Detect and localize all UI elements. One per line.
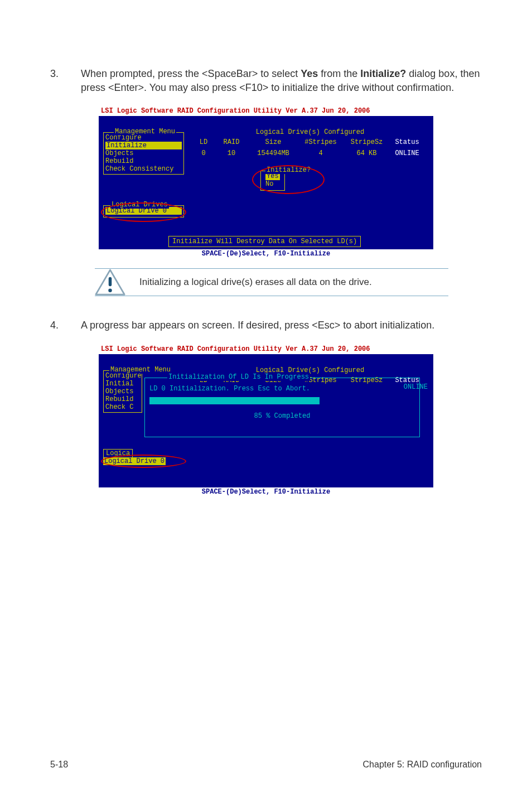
highlight-oval-icon (101, 202, 186, 222)
bios-screenshot-1: LSI Logic Software RAID Configuration Ut… (99, 106, 433, 258)
cell: 4 (298, 149, 343, 157)
yes-word: Yes (301, 68, 318, 79)
cell: 154494MB (248, 149, 298, 157)
page-number: 5-18 (50, 760, 68, 770)
highlight-oval-icon (252, 165, 325, 194)
menu-item: Objects (105, 149, 182, 157)
step-4: 4. A progress bar appears on screen. If … (50, 318, 482, 332)
progress-panel: Initialization Of LD Is In Progress LD 0… (144, 378, 420, 437)
step-text: A progress bar appears on screen. If des… (81, 318, 482, 332)
menu-item: Rebuild (105, 395, 140, 403)
svg-rect-1 (109, 277, 112, 286)
text: When prompted, press the <SpaceBar> to s… (81, 68, 301, 79)
table-data-row: 0 10 154494MB 4 64 KB ONLINE (192, 149, 428, 157)
text: from the (318, 68, 360, 79)
online-status: ONLINE (404, 383, 428, 391)
menu-item: Check Consistency (105, 165, 182, 173)
cell: 10 (215, 149, 248, 157)
col-header: Status (390, 138, 424, 146)
menu-item-selected: Initialize (105, 142, 182, 149)
col-header: LD (192, 138, 215, 146)
management-menu: Management Menu Configure Initial Object… (103, 370, 142, 413)
progress-row (149, 397, 415, 404)
menu-title: Management Menu (109, 366, 172, 374)
bios-bottom-bar: SPACE-(De)Select, F10-Initialize (99, 487, 433, 496)
progress-fill (149, 397, 320, 404)
col-header: StripeSz (343, 138, 390, 146)
page-footer: 5-18 Chapter 5: RAID configuration (50, 760, 482, 770)
menu-title: Management Menu (114, 128, 176, 136)
cell: 0 (192, 149, 215, 157)
col-header: #Stripes (298, 138, 343, 146)
bios-title: LSI Logic Software RAID Configuration Ut… (99, 106, 433, 116)
caution-icon (95, 269, 125, 296)
step-num: 4. (50, 318, 81, 332)
cell: 64 KB (343, 149, 390, 157)
init-word: Initialize? (360, 68, 406, 79)
progress-percent: 85 % Completed (149, 412, 415, 420)
chapter-label: Chapter 5: RAID configuration (363, 760, 482, 770)
menu-item-selected: Initial (105, 380, 140, 388)
cell: ONLINE (390, 149, 424, 157)
table-title: Logical Drive(s) Configured (192, 128, 428, 136)
bios-title: LSI Logic Software RAID Configuration Ut… (99, 344, 433, 354)
note-text: Initializing a logical drive(s) erases a… (139, 277, 372, 287)
svg-point-2 (108, 289, 112, 292)
col-header: Size (248, 138, 298, 146)
progress-msg: LD 0 Initialization. Press Esc to Abort. (149, 385, 415, 393)
bios-bottom-bar: SPACE-(De)Select, F10-Initialize (99, 249, 433, 258)
caution-note: Initializing a logical drive(s) erases a… (95, 268, 448, 296)
col-header: RAID (215, 138, 248, 146)
progress-title: Initialization Of LD Is In Progress (167, 373, 310, 381)
logical-drive-table: Logical Drive(s) Configured LD RAID Size… (192, 128, 428, 157)
step-text: When prompted, press the <SpaceBar> to s… (81, 67, 482, 95)
progress-bar (149, 397, 415, 404)
bios-screenshot-2: LSI Logic Software RAID Configuration Ut… (99, 344, 433, 496)
menu-item: Check C (105, 403, 140, 411)
menu-item: Rebuild (105, 157, 182, 165)
menu-item: Objects (105, 388, 140, 395)
step-num: 3. (50, 67, 81, 95)
step-3: 3. When prompted, press the <SpaceBar> t… (50, 67, 482, 95)
management-menu: Management Menu Configure Initialize Obj… (103, 132, 184, 175)
warning-box: Initialize Will Destroy Data On Selected… (168, 236, 361, 247)
percent-label: 85 % Completed (254, 412, 311, 420)
highlight-oval-icon (101, 455, 186, 468)
table-header-row: LD RAID Size #Stripes StripeSz Status (192, 138, 428, 146)
